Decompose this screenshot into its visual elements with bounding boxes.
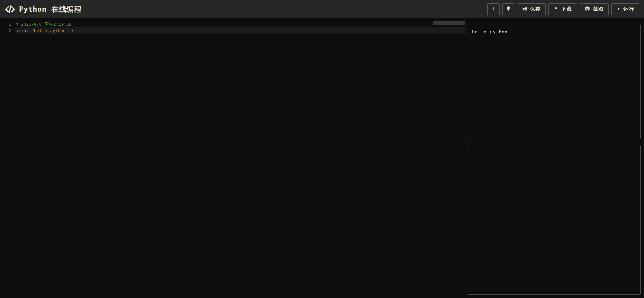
page-title: Python 在线编程 [19, 4, 81, 14]
token: "hello python!" [31, 28, 71, 33]
line-gutter: 12 [0, 18, 15, 298]
info-button[interactable] [487, 3, 500, 15]
code-icon [5, 4, 15, 15]
editor-scrollbar[interactable] [433, 21, 465, 25]
run-button[interactable]: 运行 [611, 3, 639, 15]
token: # 2021/8/8 下午2:19:18 [15, 22, 72, 27]
code-area[interactable]: # 2021/8/8 下午2:19:18print("hello python!… [15, 18, 466, 298]
line-number: 2 [0, 27, 11, 34]
save-label: 保存 [530, 6, 541, 12]
info-icon [491, 6, 496, 13]
code-line[interactable]: print("hello python!") [15, 27, 466, 34]
save-button[interactable]: 保存 [517, 3, 546, 15]
output-column: hello python! [466, 18, 644, 298]
bulb-icon [506, 6, 511, 13]
token: ) [71, 28, 73, 33]
save-icon [522, 6, 527, 12]
code-line[interactable]: # 2021/8/8 下午2:19:18 [15, 21, 466, 27]
toolbar: 保存 下载 截图 运行 [487, 3, 639, 15]
output-panel: hello python! [467, 24, 641, 139]
download-label: 下载 [561, 6, 572, 12]
cursor [74, 28, 74, 33]
token: ( [29, 28, 31, 33]
download-icon [553, 6, 558, 12]
svg-rect-1 [493, 8, 494, 10]
screenshot-label: 截图 [593, 6, 604, 12]
svg-line-0 [9, 6, 11, 13]
screenshot-button[interactable]: 截图 [580, 3, 609, 15]
header: Python 在线编程 保存 [0, 0, 644, 18]
body: 12 # 2021/8/8 下午2:19:18print("hello pyth… [0, 18, 644, 298]
play-icon [616, 6, 621, 12]
logo-title-group: Python 在线编程 [5, 4, 81, 15]
svg-rect-2 [493, 7, 494, 8]
app-root: Python 在线编程 保存 [0, 0, 644, 298]
hint-button[interactable] [502, 3, 514, 15]
token: print [15, 28, 29, 33]
camera-icon [585, 6, 590, 13]
line-number: 1 [0, 21, 11, 27]
download-button[interactable]: 下载 [548, 3, 577, 15]
run-label: 运行 [623, 6, 634, 12]
input-panel[interactable] [467, 145, 641, 295]
editor-pane[interactable]: 12 # 2021/8/8 下午2:19:18print("hello pyth… [0, 18, 466, 298]
output-text: hello python! [472, 29, 511, 34]
